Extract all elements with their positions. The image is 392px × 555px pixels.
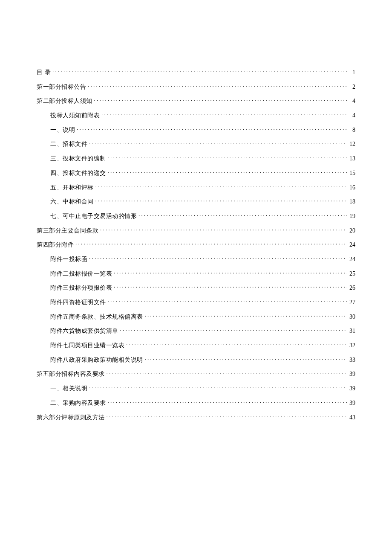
toc-entry-label: 二、招标文件	[50, 140, 87, 148]
toc-leader-dots	[95, 198, 347, 203]
toc-entry-page: 25	[349, 270, 355, 278]
toc-entry-page: 4	[349, 97, 355, 105]
toc-entry: 附件五商务条款、技术规格偏离表30	[37, 313, 355, 321]
toc-leader-dots	[108, 154, 347, 160]
toc-entry: 第二部分投标人须知4	[37, 97, 355, 105]
toc-entry-label: 附件七同类项目业绩一览表	[50, 342, 124, 349]
toc-leader-dots	[145, 313, 347, 319]
toc-leader-dots	[108, 399, 347, 405]
toc-leader-dots	[126, 341, 347, 347]
toc-entry: 投标人须知前附表4	[37, 111, 355, 119]
toc-entry: 附件六货物成套供货清单31	[37, 327, 355, 335]
toc-leader-dots	[89, 255, 347, 261]
toc-entry: 三、投标文件的编制13	[37, 154, 355, 163]
toc-entry-label: 第四部分附件	[37, 241, 74, 249]
toc-entry-page: 33	[349, 356, 355, 364]
toc-entry-page: 20	[349, 227, 355, 235]
toc-leader-dots	[108, 298, 347, 304]
toc-entry-label: 第二部分投标人须知	[37, 97, 92, 105]
toc-leader-dots	[100, 227, 347, 232]
toc-entry-page: 39	[349, 370, 355, 378]
toc-entry-page: 27	[349, 299, 355, 306]
toc-entry-label: 一、说明	[50, 126, 75, 134]
toc-entry-page: 30	[349, 313, 355, 321]
toc-entry-label: 六、中标和合同	[50, 198, 94, 206]
toc-entry-label: 附件四资格证明文件	[50, 299, 106, 306]
toc-leader-dots	[114, 284, 347, 290]
toc-leader-dots	[101, 111, 347, 117]
toc-leader-dots	[75, 241, 347, 247]
toc-leader-dots	[107, 370, 347, 376]
toc-entry-page: 39	[349, 385, 355, 392]
toc-entry-page: 32	[349, 342, 355, 349]
toc-entry: 附件八政府采购政策功能相关说明33	[37, 356, 355, 364]
toc-entry: 目 录1	[37, 68, 355, 76]
toc-entry-label: 七、可中止电子交易活动的情形	[50, 212, 137, 220]
toc-entry-label: 附件八政府采购政策功能相关说明	[50, 356, 143, 364]
toc-entry-label: 目 录	[37, 69, 51, 76]
toc-entry-page: 39	[349, 399, 355, 407]
toc-leader-dots	[145, 356, 347, 362]
toc-leader-dots	[95, 183, 347, 189]
toc-entry: 第六部分评标原则及方法43	[37, 413, 355, 421]
toc-leader-dots	[114, 270, 347, 276]
toc-entry-label: 五、开标和评标	[50, 184, 94, 192]
toc-entry-page: 24	[349, 256, 355, 263]
toc-entry-page: 26	[349, 284, 355, 292]
toc-entry-page: 31	[349, 327, 355, 335]
toc-entry-page: 4	[349, 112, 355, 119]
toc-entry: 六、中标和合同18	[37, 198, 355, 206]
toc-leader-dots	[89, 140, 347, 146]
toc-entry-label: 二、采购内容及要求	[50, 399, 106, 407]
toc-entry: 附件一投标函24	[37, 255, 355, 263]
toc-entry: 第四部分附件24	[37, 241, 355, 249]
toc-entry: 五、开标和评标16	[37, 183, 355, 192]
toc-entry: 一、相关说明39	[37, 384, 355, 392]
toc-entry-page: 12	[349, 140, 355, 148]
toc-entry: 一、说明8	[37, 126, 355, 134]
toc-entry: 二、招标文件12	[37, 140, 355, 148]
toc-entry-label: 附件一投标函	[50, 256, 87, 263]
toc-entry-page: 13	[349, 155, 355, 163]
toc-entry-page: 15	[349, 169, 355, 177]
toc-entry-page: 2	[349, 83, 355, 91]
toc-entry-page: 1	[349, 69, 355, 76]
toc-entry-page: 43	[349, 414, 355, 421]
toc-entry-page: 8	[349, 126, 355, 134]
toc-leader-dots	[107, 413, 347, 419]
toc-entry: 附件四资格证明文件27	[37, 298, 355, 306]
toc-leader-dots	[77, 126, 347, 132]
toc-entry: 七、可中止电子交易活动的情形19	[37, 212, 355, 220]
toc-entry: 附件三投标分项报价表26	[37, 284, 355, 292]
toc-entry-label: 四、投标文件的递交	[50, 169, 106, 177]
toc-leader-dots	[120, 327, 347, 333]
toc-entry-label: 第五部分招标内容及要求	[37, 370, 105, 378]
toc-entry-page: 16	[349, 184, 355, 192]
toc-entry-label: 投标人须知前附表	[50, 112, 100, 119]
toc-leader-dots	[88, 83, 347, 89]
toc-entry-label: 附件六货物成套供货清单	[50, 327, 118, 335]
table-of-contents: 目 录1第一部分招标公告2第二部分投标人须知4投标人须知前附表4一、说明8二、招…	[37, 68, 355, 421]
toc-leader-dots	[89, 384, 347, 390]
toc-entry: 附件二投标报价一览表25	[37, 270, 355, 278]
toc-entry: 第一部分招标公告2	[37, 83, 355, 91]
toc-entry: 第三部分主要合同条款20	[37, 227, 355, 235]
toc-leader-dots	[138, 212, 347, 218]
toc-entry: 四、投标文件的递交15	[37, 169, 355, 177]
toc-entry-label: 第三部分主要合同条款	[37, 227, 98, 235]
toc-leader-dots	[108, 169, 347, 175]
toc-entry: 第五部分招标内容及要求39	[37, 370, 355, 378]
toc-entry-label: 第六部分评标原则及方法	[37, 414, 105, 421]
toc-entry-label: 三、投标文件的编制	[50, 155, 106, 163]
toc-entry-label: 附件二投标报价一览表	[50, 270, 112, 278]
toc-entry-page: 18	[349, 198, 355, 206]
toc-entry-label: 第一部分招标公告	[37, 83, 86, 91]
toc-entry: 二、采购内容及要求39	[37, 399, 355, 407]
toc-entry-page: 24	[349, 241, 355, 249]
toc-entry-label: 附件五商务条款、技术规格偏离表	[50, 313, 143, 321]
toc-entry: 附件七同类项目业绩一览表32	[37, 341, 355, 349]
toc-entry-page: 19	[349, 212, 355, 220]
toc-leader-dots	[94, 97, 347, 103]
toc-entry-label: 附件三投标分项报价表	[50, 284, 112, 292]
toc-leader-dots	[52, 68, 347, 74]
